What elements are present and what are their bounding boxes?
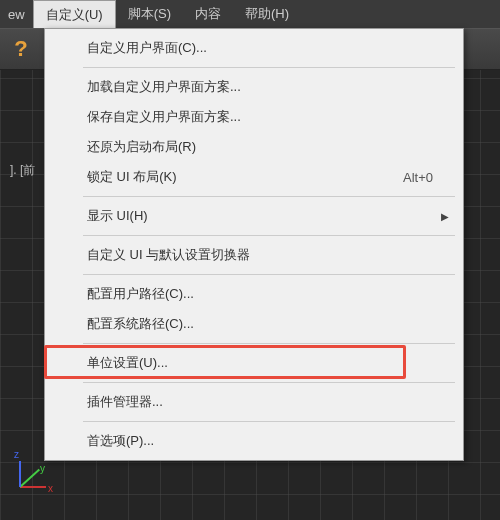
- menubar-item-customize[interactable]: 自定义(U): [33, 0, 116, 28]
- menu-item-label: 还原为启动布局(R): [87, 138, 196, 156]
- menu-item-label: 配置用户路径(C)...: [87, 285, 194, 303]
- axis-x-line: [20, 486, 46, 488]
- axis-z-line: [19, 461, 21, 487]
- axis-y-label: y: [40, 463, 45, 474]
- menubar-item-content[interactable]: 内容: [183, 0, 233, 28]
- menubar-item-view-fragment[interactable]: ew: [0, 0, 33, 28]
- menu-separator: [83, 382, 455, 383]
- menu-item-label: 插件管理器...: [87, 393, 163, 411]
- menu-item-label: 保存自定义用户界面方案...: [87, 108, 241, 126]
- customize-dropdown: 自定义用户界面(C)...加载自定义用户界面方案...保存自定义用户界面方案..…: [44, 28, 464, 461]
- menu-item[interactable]: 自定义用户界面(C)...: [47, 33, 461, 63]
- menu-separator: [83, 67, 455, 68]
- menu-separator: [83, 421, 455, 422]
- menubar-item-script[interactable]: 脚本(S): [116, 0, 183, 28]
- menu-item-label: 单位设置(U)...: [87, 354, 168, 372]
- menu-item-label: 自定义用户界面(C)...: [87, 39, 207, 57]
- menubar: ew 自定义(U) 脚本(S) 内容 帮助(H): [0, 0, 500, 28]
- menu-item-label: 配置系统路径(C)...: [87, 315, 194, 333]
- menu-separator: [83, 196, 455, 197]
- menu-item[interactable]: 显示 UI(H)▶: [47, 201, 461, 231]
- help-icon[interactable]: ?: [6, 34, 36, 64]
- menu-item[interactable]: 单位设置(U)...: [47, 348, 461, 378]
- menu-separator: [83, 274, 455, 275]
- menu-item[interactable]: 自定义 UI 与默认设置切换器: [47, 240, 461, 270]
- menu-item[interactable]: 还原为启动布局(R): [47, 132, 461, 162]
- menu-separator: [83, 343, 455, 344]
- menu-item[interactable]: 配置用户路径(C)...: [47, 279, 461, 309]
- menu-item-shortcut: Alt+0: [403, 170, 433, 185]
- menu-item[interactable]: 插件管理器...: [47, 387, 461, 417]
- submenu-arrow-icon: ▶: [441, 211, 449, 222]
- menu-item[interactable]: 加载自定义用户界面方案...: [47, 72, 461, 102]
- menu-item[interactable]: 首选项(P)...: [47, 426, 461, 456]
- menu-item[interactable]: 保存自定义用户界面方案...: [47, 102, 461, 132]
- axis-x-label: x: [48, 483, 53, 494]
- menu-item[interactable]: 配置系统路径(C)...: [47, 309, 461, 339]
- menu-item-label: 自定义 UI 与默认设置切换器: [87, 246, 250, 264]
- menu-item-label: 加载自定义用户界面方案...: [87, 78, 241, 96]
- axis-y-line: [19, 469, 40, 488]
- menu-item-label: 锁定 UI 布局(K): [87, 168, 177, 186]
- menu-item[interactable]: 锁定 UI 布局(K)Alt+0: [47, 162, 461, 192]
- menu-item-label: 显示 UI(H): [87, 207, 148, 225]
- menu-item-label: 首选项(P)...: [87, 432, 154, 450]
- viewport-label: ]. [前: [10, 162, 35, 179]
- axis-z-label: z: [14, 449, 19, 460]
- menu-separator: [83, 235, 455, 236]
- menubar-item-help[interactable]: 帮助(H): [233, 0, 301, 28]
